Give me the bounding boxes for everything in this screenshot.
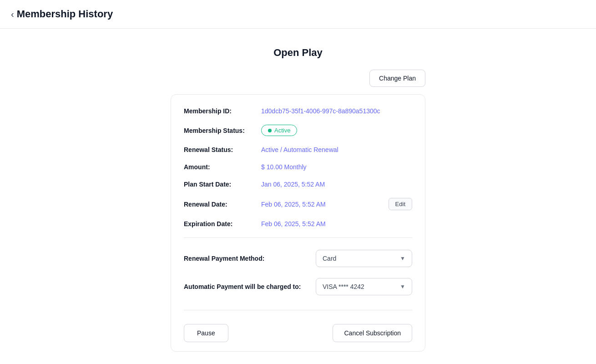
change-plan-button[interactable]: Change Plan: [369, 70, 425, 87]
automatic-payment-dropdown-value: VISA **** 4242: [323, 283, 364, 290]
change-plan-area: Change Plan: [171, 70, 425, 87]
membership-id-label: Membership ID:: [184, 107, 261, 115]
renewal-status-label: Renewal Status:: [184, 146, 261, 153]
edit-renewal-date-button[interactable]: Edit: [389, 198, 412, 210]
renewal-payment-method-dropdown[interactable]: Card ▼: [316, 250, 412, 267]
payment-section: Renewal Payment Method: Card ▼ Automatic…: [184, 248, 412, 308]
membership-id-value: 1d0dcb75-35f1-4006-997c-8a890a51300c: [261, 107, 412, 115]
membership-status-label: Membership Status:: [184, 127, 261, 134]
automatic-payment-dropdown[interactable]: VISA **** 4242 ▼: [316, 278, 412, 295]
chevron-down-icon: ▼: [400, 255, 405, 262]
renewal-date-value: Feb 06, 2025, 5:52 AM: [261, 201, 381, 208]
amount-label: Amount:: [184, 163, 261, 171]
divider-1: [184, 238, 412, 238]
active-badge: Active: [261, 125, 297, 136]
pause-button[interactable]: Pause: [184, 324, 228, 342]
section-title: Open Play: [273, 47, 323, 59]
divider-2: [184, 310, 412, 310]
back-arrow-icon: ‹: [11, 9, 14, 20]
main-content: Open Play Change Plan Membership ID: 1d0…: [0, 29, 596, 364]
chevron-down-icon-2: ▼: [400, 283, 405, 290]
renewal-payment-method-row: Renewal Payment Method: Card ▼: [184, 250, 412, 267]
page-title: Membership History: [17, 8, 113, 20]
automatic-payment-row: Automatic Payment will be charged to: VI…: [184, 278, 412, 295]
renewal-payment-method-label: Renewal Payment Method:: [184, 255, 316, 262]
membership-card: Membership ID: 1d0dcb75-35f1-4006-997c-8…: [171, 94, 425, 352]
plan-start-date-row: Plan Start Date: Jan 06, 2025, 5:52 AM: [184, 181, 412, 188]
renewal-status-value: Active / Automatic Renewal: [261, 146, 412, 153]
plan-start-date-label: Plan Start Date:: [184, 181, 261, 188]
plan-start-date-value: Jan 06, 2025, 5:52 AM: [261, 181, 412, 188]
cancel-subscription-button[interactable]: Cancel Subscription: [333, 324, 412, 342]
expiration-date-label: Expiration Date:: [184, 220, 261, 228]
renewal-date-label: Renewal Date:: [184, 201, 261, 208]
active-badge-text: Active: [274, 127, 290, 134]
amount-row: Amount: $ 10.00 Monthly: [184, 163, 412, 171]
renewal-status-row: Renewal Status: Active / Automatic Renew…: [184, 146, 412, 153]
card-actions: Pause Cancel Subscription: [184, 320, 412, 351]
expiration-date-value: Feb 06, 2025, 5:52 AM: [261, 220, 412, 228]
expiration-date-row: Expiration Date: Feb 06, 2025, 5:52 AM: [184, 220, 412, 228]
automatic-payment-label: Automatic Payment will be charged to:: [184, 283, 316, 290]
amount-value: $ 10.00 Monthly: [261, 163, 412, 171]
renewal-date-row: Renewal Date: Feb 06, 2025, 5:52 AM Edit: [184, 198, 412, 210]
membership-status-row: Membership Status: Active: [184, 125, 412, 136]
header: ‹ Membership History: [0, 0, 596, 29]
renewal-payment-method-dropdown-value: Card: [323, 255, 336, 262]
back-button[interactable]: ‹ Membership History: [11, 8, 113, 20]
membership-id-row: Membership ID: 1d0dcb75-35f1-4006-997c-8…: [184, 107, 412, 115]
active-dot-icon: [268, 129, 272, 132]
